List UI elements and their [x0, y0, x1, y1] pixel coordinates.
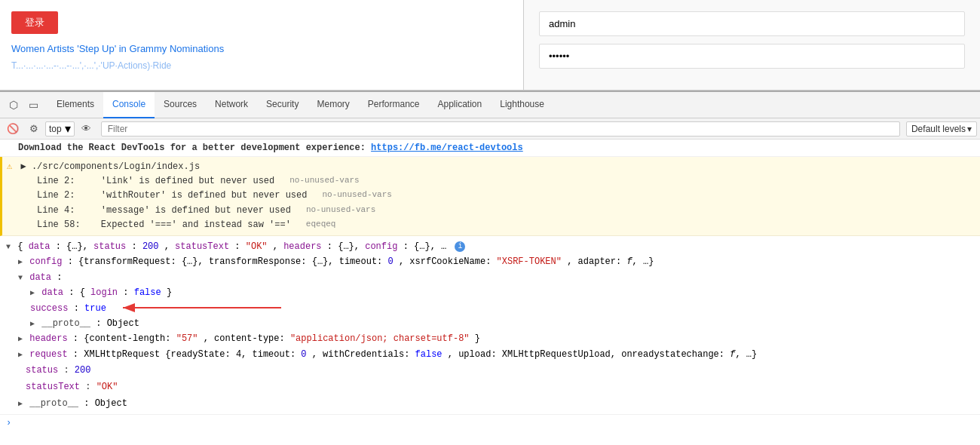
warn-file-line: ⚠ ▶ ./src/components/Login/index.js [7, 160, 974, 174]
obj-proto-main[interactable]: ▶ __proto__ : Object [6, 396, 974, 411]
status-num-val: 200 [75, 365, 91, 376]
obj-success-line: success : true [6, 301, 974, 316]
config-label: config [29, 256, 62, 267]
obj-main-toggle[interactable]: ▼ [6, 243, 11, 251]
obj-status-key: status [93, 241, 126, 252]
info-icon: i [455, 241, 465, 252]
obj-statustext-val: "OK" [246, 241, 268, 252]
object-block: ▼ { data : {…}, status : 200 , statusTex… [0, 236, 980, 415]
tab-console[interactable]: Console [103, 92, 155, 118]
proto-main-toggle[interactable]: ▶ [18, 400, 23, 408]
data-inner-label: data [41, 287, 63, 298]
devtools-panel: ⬡ ▭ Elements Console Sources Network Sec… [0, 91, 980, 445]
proto-data-label: __proto__ [41, 318, 90, 329]
request-label: request [29, 349, 67, 360]
levels-label: Default levels [911, 124, 966, 134]
warning-block: ⚠ ▶ ./src/components/Login/index.js Line… [0, 157, 980, 236]
tab-memory[interactable]: Memory [308, 92, 358, 118]
obj-headers-line[interactable]: ▶ headers : {content-length: "57" , cont… [6, 331, 974, 346]
warn-file-path: ./src/components/Login/index.js [32, 161, 200, 172]
obj-statustext-key: statusText [175, 241, 229, 252]
context-selector[interactable]: top ▾ [45, 121, 75, 137]
devtools-hint-line: Download the React DevTools for a better… [0, 140, 980, 157]
devtools-icons: ⬡ ▭ [0, 98, 47, 112]
warn-l2-label: Line 2: [37, 174, 75, 189]
status-key: status [26, 365, 58, 376]
username-input[interactable] [539, 11, 965, 36]
tab-security[interactable]: Security [257, 92, 308, 118]
request-toggle[interactable]: ▶ [18, 351, 23, 359]
tab-application[interactable]: Application [429, 92, 492, 118]
obj-status-line: status : 200 [6, 362, 974, 379]
login-key: login [90, 287, 118, 298]
page-left-panel: 登录 Women Artists 'Step Up' in Grammy Nom… [0, 0, 524, 90]
console-input-line[interactable]: › [0, 415, 980, 431]
success-val: true [84, 303, 106, 314]
obj-config-key: config [365, 241, 397, 252]
obj-data-key: data [29, 241, 51, 252]
red-arrow-annotation [115, 299, 281, 316]
warn-l2-msg: 'Link' is defined but never used [90, 174, 274, 189]
obj-data-label[interactable]: ▼ data : [6, 270, 974, 285]
news-link[interactable]: Women Artists 'Step Up' in Grammy Nomina… [11, 43, 512, 54]
device-icon[interactable]: ▭ [26, 98, 41, 112]
clear-console-button[interactable]: 🚫 [3, 122, 23, 135]
warn-l2b-label: Line 2: [37, 189, 75, 203]
data-inner-toggle[interactable]: ▶ [30, 289, 35, 297]
config-toggle[interactable]: ▶ [18, 258, 23, 266]
tab-network[interactable]: Network [206, 92, 257, 118]
req-creds: false [415, 349, 443, 360]
warn-l4-rule: no-unused-vars [306, 204, 375, 218]
obj-statustext-line: statusText : "OK" [6, 379, 974, 395]
page-preview: 登录 Women Artists 'Step Up' in Grammy Nom… [0, 0, 980, 91]
console-toolbar: 🚫 ⚙ top ▾ 👁 Default levels ▾ [0, 118, 980, 140]
proto-main-label: __proto__ [29, 398, 78, 409]
tab-performance[interactable]: Performance [359, 92, 429, 118]
settings-icon[interactable]: ⚙ [26, 122, 42, 135]
warn-line-4: Line 58: Expected '===' and instead saw … [7, 218, 974, 232]
tab-lighthouse[interactable]: Lighthouse [491, 92, 553, 118]
warning-icon: ⚠ [7, 161, 12, 172]
filter-input[interactable] [101, 121, 900, 137]
obj-headers-key: headers [283, 241, 321, 252]
tab-elements[interactable]: Elements [47, 92, 103, 118]
levels-selector[interactable]: Default levels ▾ [906, 121, 977, 137]
eye-icon[interactable]: 👁 [78, 122, 95, 135]
news-link-faded[interactable]: T...·...·...·...-·...-·...',·...',·'UP·A… [11, 60, 512, 71]
warn-l4-label: Line 4: [37, 204, 75, 218]
warn-l58-label: Line 58: [37, 218, 81, 232]
obj-summary-line[interactable]: ▼ { data : {…}, status : 200 , statusTex… [6, 239, 974, 254]
obj-brace-open: { [17, 241, 23, 252]
statustext-val: "OK" [96, 382, 118, 392]
warn-l2-rule: no-unused-vars [289, 174, 359, 189]
obj-config-line[interactable]: ▶ config : {transformRequest: {…}, trans… [6, 254, 974, 269]
config-timeout: 0 [388, 256, 394, 267]
devtools-link[interactable]: https://fb.me/react-devtools [371, 143, 523, 153]
obj-status-val: 200 [142, 241, 159, 252]
warn-l58-msg: Expected '===' and instead saw '==' [96, 218, 291, 232]
console-output: Download the React DevTools for a better… [0, 140, 980, 445]
warn-l2b-msg: 'withRouter' is defined but never used [90, 189, 307, 203]
warn-l58-rule: eqeqeq [306, 218, 336, 232]
chevron-down-icon-levels: ▾ [967, 124, 972, 134]
obj-request-line[interactable]: ▶ request : XMLHttpRequest {readyState: … [6, 347, 974, 362]
page-right-panel [524, 0, 980, 90]
obj-data-inner[interactable]: ▶ data : { login : false } [6, 285, 974, 300]
tabs-bar: ⬡ ▭ Elements Console Sources Network Sec… [0, 92, 980, 118]
chevron-down-icon: ▾ [65, 121, 71, 136]
headers-label: headers [29, 333, 67, 344]
login-button[interactable]: 登录 [11, 11, 58, 34]
proto-data-toggle[interactable]: ▶ [30, 320, 35, 328]
warn-line-1: Line 2: 'Link' is defined but never used… [7, 174, 974, 189]
inspect-icon[interactable]: ⬡ [6, 98, 21, 112]
context-label: top [49, 124, 62, 134]
headers-type: "application/json; charset=utf-8" [290, 333, 470, 344]
headers-toggle[interactable]: ▶ [18, 335, 23, 343]
data-label: data [29, 272, 51, 283]
password-input[interactable] [539, 44, 965, 69]
obj-proto-data[interactable]: ▶ __proto__ : Object [6, 316, 974, 331]
tab-sources[interactable]: Sources [155, 92, 206, 118]
data-toggle[interactable]: ▼ [18, 274, 23, 282]
success-key: success [30, 303, 68, 314]
warn-l4-msg: 'message' is defined but never used [90, 204, 290, 218]
